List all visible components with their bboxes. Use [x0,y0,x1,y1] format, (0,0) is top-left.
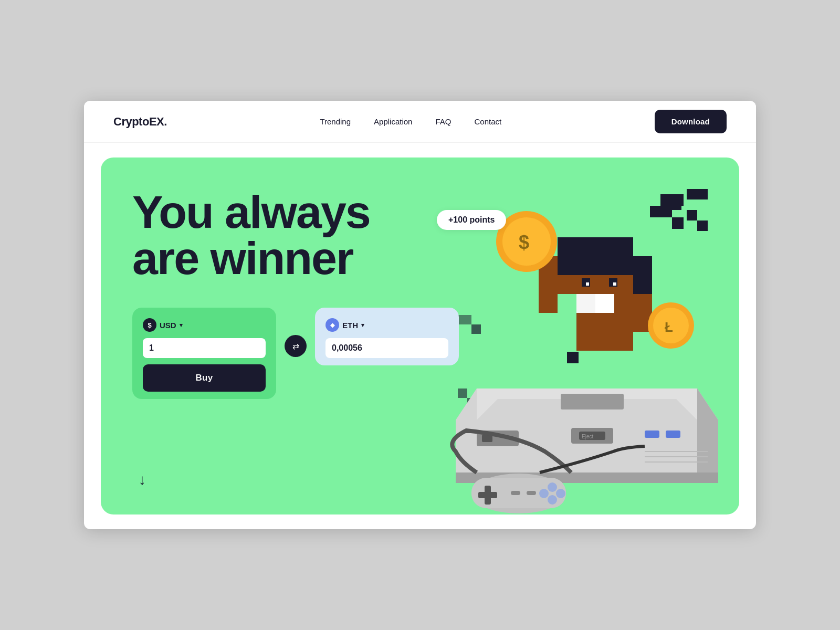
svg-rect-78 [614,237,633,256]
swap-button[interactable]: ⇄ [285,335,307,357]
nav-links: Trending Application FAQ Contact [320,117,501,127]
svg-rect-79 [558,256,576,275]
svg-rect-77 [595,237,614,256]
download-button[interactable]: Download [655,110,727,133]
svg-rect-39 [511,491,520,495]
svg-rect-50 [576,256,595,275]
hero-title: You always are winner [132,189,437,281]
svg-rect-34 [478,492,497,498]
nav-item-application[interactable]: Application [374,117,412,127]
svg-rect-51 [595,256,614,275]
navbar: CryptoEX. Trending Application FAQ Conta… [84,101,756,143]
svg-point-38 [556,489,565,498]
to-chevron-icon: ▾ [361,322,364,329]
eth-icon: ◆ [326,318,339,332]
svg-rect-56 [558,275,576,294]
svg-rect-62 [586,282,589,286]
scroll-down-arrow: ↓ [139,471,146,488]
from-currency-label[interactable]: $ USD ▾ [143,318,266,332]
buy-btn-row: Buy [143,364,266,392]
svg-rect-5 [687,189,697,200]
from-amount-input[interactable] [143,338,266,358]
svg-rect-80 [633,256,652,275]
nav-item-faq[interactable]: FAQ [435,117,451,127]
svg-point-35 [539,489,549,498]
svg-rect-76 [576,237,595,256]
from-chevron-icon: ▾ [180,322,183,329]
hero-section: +100 points You always are winner $ USD … [101,158,739,514]
svg-text:Eject: Eject [582,434,593,439]
to-amount-input[interactable] [326,338,448,358]
svg-point-37 [548,495,557,505]
from-card: $ USD ▾ Buy [132,308,276,399]
svg-point-36 [548,482,557,492]
to-card: ◆ ETH ▾ [315,308,459,365]
svg-rect-6 [697,189,708,200]
svg-rect-52 [614,256,633,275]
svg-rect-26 [666,430,680,438]
svg-rect-40 [527,491,536,495]
swap-icon: ⇄ [292,341,299,351]
browser-window: CryptoEX. Trending Application FAQ Conta… [84,101,756,529]
to-currency-label[interactable]: ◆ ETH ▾ [326,318,448,332]
nav-item-trending[interactable]: Trending [320,117,351,127]
svg-rect-65 [539,275,558,294]
usd-icon: $ [143,318,156,332]
points-badge: +100 points [437,210,506,230]
exchange-widget: $ USD ▾ Buy ⇄ ◆ ETH ▾ [132,308,708,399]
svg-text:$: $ [519,232,529,253]
svg-rect-25 [645,430,659,438]
buy-button[interactable]: Buy [143,364,266,392]
svg-rect-7 [671,200,681,210]
svg-rect-57 [633,275,652,294]
logo: CryptoEX. [113,115,167,129]
svg-rect-75 [558,237,576,256]
nav-item-contact[interactable]: Contact [474,117,501,127]
svg-rect-63 [613,282,616,286]
svg-rect-0 [660,194,672,206]
